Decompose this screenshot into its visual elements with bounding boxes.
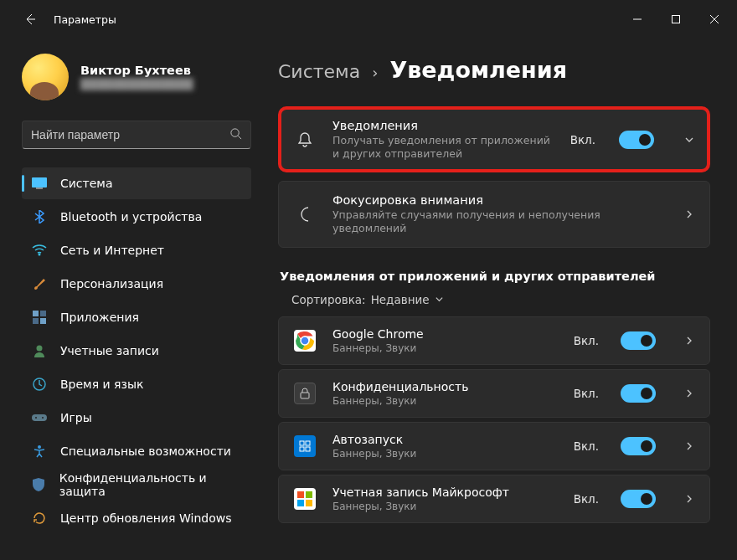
sidebar-item-label: Bluetooth и устройства [60, 210, 202, 223]
svg-rect-18 [301, 393, 309, 398]
moon-icon [296, 206, 314, 223]
maximize-icon [672, 15, 680, 23]
app-row-chrome[interactable]: Google Chrome Баннеры, Звуки Вкл. [278, 316, 710, 365]
display-icon [32, 176, 47, 191]
avatar [22, 54, 69, 100]
chevron-down-icon [435, 295, 444, 304]
gamepad-icon [32, 410, 47, 425]
svg-point-14 [38, 445, 41, 449]
accessibility-icon [32, 444, 47, 459]
sidebar-item-gaming[interactable]: Игры [22, 402, 251, 434]
chevron-right-icon [684, 209, 694, 219]
window-controls [618, 5, 734, 33]
bell-icon [296, 131, 314, 148]
toggle-state-label: Вкл. [574, 492, 599, 506]
titlebar: Параметры [0, 0, 737, 39]
toggle-state-label: Вкл. [574, 334, 599, 347]
app-row-ms-account[interactable]: Учетная запись Майкрософт Баннеры, Звуки… [278, 475, 710, 523]
svg-rect-19 [300, 441, 304, 445]
privacy-icon [294, 383, 316, 404]
autoplay-icon [294, 435, 316, 457]
svg-rect-0 [673, 16, 680, 23]
sidebar-item-apps[interactable]: Приложения [22, 301, 251, 333]
svg-rect-23 [297, 491, 304, 498]
app-text: Конфиденциальность Баннеры, Звуки [332, 380, 468, 407]
brush-icon [32, 276, 47, 291]
app-text: Учетная запись Майкрософт Баннеры, Звуки [332, 486, 509, 512]
wifi-icon [32, 243, 47, 258]
chevron-right-icon [684, 441, 694, 451]
svg-point-1 [231, 129, 239, 136]
profile-block[interactable]: Виктор Бухтеев ██████████████ [22, 54, 251, 100]
breadcrumb: Система › Уведомления [278, 57, 710, 83]
minimize-button[interactable] [618, 5, 657, 33]
card-text: Уведомления Получать уведомления от прил… [332, 119, 552, 160]
search-input[interactable] [31, 128, 229, 141]
card-text: Фокусировка внимания Управляйте случаями… [332, 193, 666, 234]
app-title: Учетная запись Майкрософт [332, 486, 509, 499]
svg-rect-24 [306, 491, 312, 498]
sidebar-nav: Система Bluetooth и устройства Сеть и Ин… [22, 167, 251, 534]
svg-rect-21 [300, 447, 304, 451]
app-toggle[interactable] [621, 384, 656, 403]
card-title: Уведомления [332, 119, 552, 132]
sidebar-item-label: Приложения [60, 311, 139, 324]
microsoft-icon [294, 488, 316, 510]
svg-point-13 [42, 417, 44, 419]
svg-rect-7 [33, 318, 39, 324]
profile-name: Виктор Бухтеев [80, 63, 193, 78]
chevron-right-icon [684, 336, 694, 346]
app-subtitle: Баннеры, Звуки [332, 448, 416, 460]
sidebar-item-accessibility[interactable]: Специальные возможности [22, 435, 251, 467]
svg-rect-26 [306, 500, 312, 506]
chevron-right-icon [684, 494, 694, 504]
chevron-down-icon[interactable] [684, 135, 694, 145]
card-subtitle: Получать уведомления от приложений и дру… [332, 134, 552, 160]
svg-rect-25 [297, 500, 304, 506]
svg-rect-20 [306, 441, 310, 445]
sidebar-item-bluetooth[interactable]: Bluetooth и устройства [22, 201, 251, 233]
update-icon [32, 511, 47, 526]
close-button[interactable] [695, 5, 734, 33]
notifications-toggle[interactable] [619, 131, 654, 149]
card-focus-assist[interactable]: Фокусировка внимания Управляйте случаями… [278, 181, 710, 247]
sidebar-item-label: Сеть и Интернет [60, 244, 164, 257]
sidebar-item-update[interactable]: Центр обновления Windows [22, 502, 251, 534]
app-row-privacy[interactable]: Конфиденциальность Баннеры, Звуки Вкл. [278, 369, 710, 418]
breadcrumb-parent[interactable]: Система [278, 61, 360, 82]
svg-point-9 [37, 346, 43, 352]
search-box[interactable] [22, 121, 251, 149]
sidebar-item-label: Учетные записи [60, 344, 159, 357]
bluetooth-icon [32, 209, 47, 224]
sidebar-item-system[interactable]: Система [22, 167, 251, 199]
main-pane: Система › Уведомления Уведомления Получа… [260, 39, 737, 560]
svg-point-4 [39, 254, 41, 256]
window-title: Параметры [54, 13, 116, 26]
app-toggle[interactable] [621, 490, 656, 508]
app-text: Автозапуск Баннеры, Звуки [332, 433, 416, 460]
card-notifications[interactable]: Уведомления Получать уведомления от прил… [278, 106, 710, 172]
sidebar-item-label: Конфиденциальность и защита [59, 471, 243, 498]
minimize-icon [633, 15, 642, 23]
apps-icon [32, 310, 47, 325]
sidebar-item-label: Специальные возможности [60, 444, 231, 458]
section-title: Уведомления от приложений и других отпра… [280, 270, 710, 283]
app-toggle[interactable] [621, 437, 656, 455]
sidebar-item-time[interactable]: Время и язык [22, 368, 251, 400]
sidebar-item-accounts[interactable]: Учетные записи [22, 335, 251, 367]
back-button[interactable] [17, 6, 44, 33]
app-subtitle: Баннеры, Звуки [332, 501, 509, 512]
svg-rect-8 [40, 318, 46, 324]
sidebar-item-network[interactable]: Сеть и Интернет [22, 234, 251, 266]
maximize-button[interactable] [657, 5, 695, 33]
sort-dropdown[interactable]: Сортировка: Недавние [278, 293, 710, 316]
sidebar-item-privacy[interactable]: Конфиденциальность и защита [22, 469, 251, 501]
sidebar-item-label: Персонализация [60, 277, 163, 290]
sidebar-item-personalization[interactable]: Персонализация [22, 268, 251, 300]
svg-rect-3 [36, 188, 43, 189]
svg-rect-22 [306, 447, 310, 451]
page-title: Уведомления [389, 57, 567, 83]
app-subtitle: Баннеры, Звуки [332, 342, 424, 354]
app-row-autoplay[interactable]: Автозапуск Баннеры, Звуки Вкл. [278, 422, 710, 470]
app-toggle[interactable] [621, 331, 656, 350]
